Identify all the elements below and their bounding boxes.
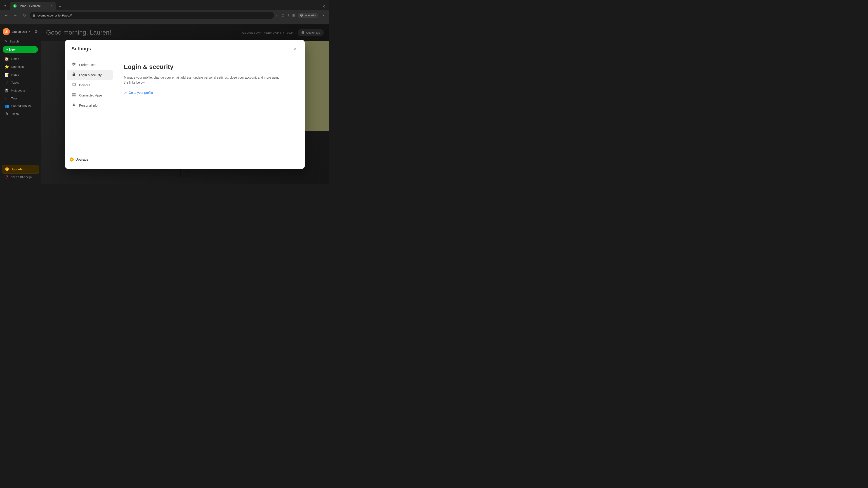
close-window-button[interactable]: ✕ bbox=[322, 4, 326, 9]
new-tab-button[interactable]: + bbox=[57, 3, 63, 10]
download-icon[interactable]: ⬇ bbox=[287, 13, 289, 17]
help-label: Need a little help? bbox=[11, 175, 32, 179]
incognito-label: Incognito bbox=[305, 14, 315, 17]
home-icon: 🏠 bbox=[4, 57, 9, 61]
settings-modal-header: Settings ✕ bbox=[65, 40, 305, 56]
sidebar-item-tasks[interactable]: ✓ Tasks bbox=[2, 79, 39, 86]
svg-rect-1 bbox=[72, 93, 74, 95]
sidebar-item-home[interactable]: 🏠 Home bbox=[2, 55, 39, 63]
sidebar-item-shared[interactable]: 👥 Shared with Me bbox=[2, 102, 39, 110]
tab-back-button[interactable]: ▼ bbox=[2, 2, 8, 10]
sidebar-header: LD Lauren Deli ▾ ⚙ bbox=[0, 26, 41, 37]
tags-icon: 🏷 bbox=[4, 96, 9, 100]
personal-info-icon bbox=[71, 103, 76, 108]
incognito-button[interactable]: Incognito bbox=[298, 13, 318, 18]
reload-button[interactable]: ↻ bbox=[21, 12, 28, 19]
browser-menu-icon[interactable]: ⋮ bbox=[320, 12, 327, 19]
sidebar-home-label: Home bbox=[11, 57, 19, 61]
tasks-icon: ✓ bbox=[4, 80, 9, 85]
chevron-down-icon: ▾ bbox=[29, 31, 30, 33]
sidebar-item-notebooks[interactable]: 📓 Notebooks bbox=[2, 87, 39, 94]
upgrade-label: Upgrade bbox=[11, 168, 23, 171]
help-icon: ❓ bbox=[5, 175, 9, 179]
personal-info-label: Personal info bbox=[79, 104, 98, 107]
avatar: LD bbox=[3, 28, 10, 35]
svg-rect-0 bbox=[72, 84, 75, 85]
search-label: Search bbox=[9, 40, 19, 43]
app-layout: LD Lauren Deli ▾ ⚙ Search + New 🏠 Home ⭐… bbox=[0, 24, 329, 184]
sidebar-shared-label: Shared with Me bbox=[11, 104, 32, 108]
login-security-label: Login & security bbox=[79, 73, 102, 77]
settings-gear-icon[interactable]: ⚙ bbox=[34, 29, 38, 34]
settings-nav-preferences[interactable]: Preferences bbox=[67, 60, 113, 70]
settings-nav-connected-apps[interactable]: Connected Apps bbox=[67, 90, 113, 100]
sidebar-trash-label: Trash bbox=[11, 112, 19, 116]
external-link-icon: ↗ bbox=[124, 91, 127, 95]
sidebar-tasks-label: Tasks bbox=[11, 81, 19, 84]
shared-icon: 👥 bbox=[4, 104, 9, 108]
new-button-label: + New bbox=[6, 48, 16, 51]
notebooks-icon: 📓 bbox=[4, 88, 9, 93]
search-button[interactable]: Search bbox=[2, 38, 39, 44]
settings-nav-devices[interactable]: Devices bbox=[67, 80, 113, 90]
bookmark-icon[interactable]: ☆ bbox=[276, 13, 279, 17]
tab-bar: ▼ E Home - Evernote ✕ + — ❐ ✕ bbox=[0, 0, 329, 10]
devices-label: Devices bbox=[79, 84, 90, 87]
connected-apps-icon bbox=[71, 93, 76, 98]
user-name: Lauren Deli bbox=[12, 30, 27, 33]
settings-nav-personal-info[interactable]: Personal info bbox=[67, 101, 113, 110]
connected-apps-label: Connected Apps bbox=[79, 94, 102, 97]
settings-content-area: Login & security Manage your profile, ch… bbox=[115, 56, 305, 169]
settings-modal-title: Settings bbox=[71, 46, 91, 52]
settings-content-description: Manage your profile, change your email a… bbox=[124, 75, 282, 85]
modal-overlay[interactable]: Settings ✕ Preferences bbox=[41, 24, 329, 184]
go-to-profile-link[interactable]: ↗ Go to your profile bbox=[124, 91, 296, 95]
settings-upgrade-label: Upgrade bbox=[75, 158, 88, 161]
settings-modal: Settings ✕ Preferences bbox=[65, 40, 305, 169]
svg-rect-2 bbox=[74, 93, 76, 95]
sidebar-bottom: ★ Upgrade ❓ Need a little help? bbox=[0, 163, 41, 183]
minimize-button[interactable]: — bbox=[311, 4, 315, 9]
svg-rect-3 bbox=[72, 95, 74, 96]
sidebar-shortcuts-label: Shortcuts bbox=[11, 65, 24, 68]
sidebar: LD Lauren Deli ▾ ⚙ Search + New 🏠 Home ⭐… bbox=[0, 24, 41, 184]
extensions-icon[interactable]: ⬡ bbox=[281, 13, 284, 17]
preferences-label: Preferences bbox=[79, 63, 96, 67]
upgrade-button[interactable]: ★ Upgrade bbox=[2, 165, 39, 173]
search-icon bbox=[4, 40, 8, 43]
settings-upgrade-button[interactable]: ★ Upgrade bbox=[65, 154, 115, 165]
settings-sidebar-nav: Preferences Login & security bbox=[65, 56, 115, 169]
svg-rect-4 bbox=[74, 95, 76, 96]
sidebar-item-notes[interactable]: 📝 Notes bbox=[2, 71, 39, 78]
devices-icon bbox=[71, 83, 76, 88]
tab-favicon: E bbox=[13, 4, 17, 8]
profile-link-text: Go to your profile bbox=[129, 91, 153, 94]
sidebar-notebooks-label: Notebooks bbox=[11, 89, 25, 92]
tab-close-button[interactable]: ✕ bbox=[50, 4, 53, 8]
help-button[interactable]: ❓ Need a little help? bbox=[2, 173, 39, 181]
split-view-icon[interactable]: ⊡ bbox=[292, 13, 295, 17]
sidebar-item-shortcuts[interactable]: ⭐ Shortcuts bbox=[2, 63, 39, 70]
url-text: evernote.com/client/web#/ bbox=[37, 14, 72, 17]
forward-button[interactable]: → bbox=[12, 12, 19, 19]
address-bar[interactable]: evernote.com/client/web#/ bbox=[30, 12, 274, 19]
settings-close-button[interactable]: ✕ bbox=[291, 45, 298, 52]
lock-icon bbox=[33, 14, 36, 17]
sidebar-item-trash[interactable]: 🗑 Trash bbox=[2, 110, 39, 118]
settings-nav-login-security[interactable]: Login & security bbox=[67, 70, 113, 80]
settings-modal-body: Preferences Login & security bbox=[65, 56, 305, 169]
user-menu[interactable]: LD Lauren Deli ▾ bbox=[3, 28, 30, 35]
preferences-icon bbox=[71, 62, 76, 67]
upgrade-dot-icon: ★ bbox=[5, 167, 9, 171]
back-button[interactable]: ← bbox=[3, 12, 10, 19]
shortcuts-icon: ⭐ bbox=[4, 65, 9, 69]
incognito-icon bbox=[300, 14, 303, 17]
browser-tab-active[interactable]: E Home - Evernote ✕ bbox=[10, 2, 56, 10]
upgrade-dot-settings-icon: ★ bbox=[70, 158, 74, 162]
new-note-button[interactable]: + New bbox=[3, 46, 38, 53]
sidebar-item-tags[interactable]: 🏷 Tags bbox=[2, 95, 39, 102]
main-content: Good morning, Lauren! WEDNESDAY, FEBRUAR… bbox=[41, 24, 329, 184]
login-security-icon bbox=[71, 72, 76, 77]
window-controls: — ❐ ✕ bbox=[311, 4, 327, 10]
maximize-button[interactable]: ❐ bbox=[317, 4, 320, 9]
